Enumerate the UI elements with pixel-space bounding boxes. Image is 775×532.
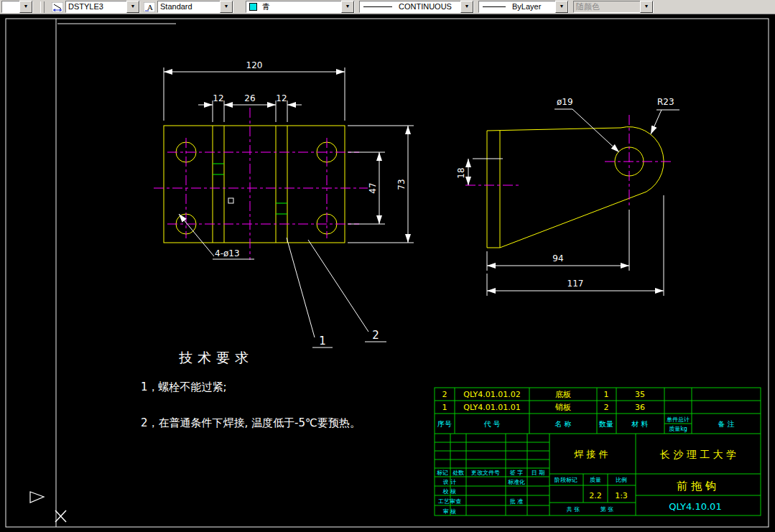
tech-req-title: 技术要求 <box>179 350 254 365</box>
dim-12-left: 12 <box>213 93 223 103</box>
chevron-down-icon[interactable]: ▼ <box>19 1 32 13</box>
label-sheets: 共 张 <box>567 506 580 513</box>
mini-combo[interactable]: ▼ <box>1 1 33 13</box>
part-row-qty: 1 <box>604 390 609 399</box>
label-approve: 批 准 <box>510 498 524 505</box>
dim-73: 73 <box>396 179 407 190</box>
label-design: 设 计 <box>443 479 457 485</box>
drawing-number: QLY4.10.01 <box>669 501 721 512</box>
dim-94: 94 <box>552 253 563 263</box>
part-row-seq: 2 <box>442 390 447 399</box>
part-row-seq: 1 <box>442 403 447 412</box>
label-weight: 质量 <box>590 477 601 483</box>
part-row-name: 底板 <box>555 390 571 399</box>
label-standard: 标准化 <box>508 479 525 485</box>
chevron-down-icon: ▼ <box>640 1 653 13</box>
assembly-name: 焊接件 <box>574 449 611 459</box>
label-sign: 签 字 <box>510 470 524 476</box>
dim-dia19: ø19 <box>557 97 573 107</box>
svg-text:A: A <box>147 3 153 11</box>
tech-req-item1: 1，螺栓不能过紧; <box>141 381 227 393</box>
color-combo-value: 青 <box>260 1 341 12</box>
plotstyle-combo-value: 随颜色 <box>574 1 640 12</box>
dim-18: 18 <box>456 167 466 178</box>
header-seq: 序号 <box>437 420 452 428</box>
dimstyle-icon[interactable] <box>51 1 64 12</box>
label-scale: 比例 <box>616 477 627 483</box>
label-count: 处数 <box>453 470 464 476</box>
label-process: 工艺审查 <box>438 498 461 505</box>
part-row-code: QLY4.01.01.02 <box>463 390 521 399</box>
header-material: 材 料 <box>631 420 648 428</box>
color-swatch-cyan <box>249 3 257 11</box>
dim-r23: R23 <box>657 97 674 107</box>
textstyle-combo-value: Standard <box>158 1 220 12</box>
linetype-combo-value: CONTINUOUS <box>396 1 460 12</box>
weight-value: 2.2 <box>589 491 602 500</box>
part-row-material: 36 <box>635 403 645 412</box>
dim-26: 26 <box>244 93 255 103</box>
dimstyle-combo[interactable]: DSTYLE3 ▼ <box>65 1 140 13</box>
linetype-combo[interactable]: CONTINUOUS ▼ <box>359 1 474 13</box>
label-check: 校 核 <box>442 488 457 495</box>
header-remark: 备 注 <box>718 420 734 428</box>
part-name: 前拖钩 <box>677 480 720 493</box>
label-stage: 阶段标记 <box>554 477 577 483</box>
plotstyle-combo: 随颜色 ▼ <box>573 1 654 13</box>
color-combo[interactable]: 青 ▼ <box>246 1 355 13</box>
toolbar-grip[interactable] <box>40 1 45 13</box>
label-mark: 标记 <box>437 470 448 476</box>
dimstyle-combo-value: DSTYLE3 <box>66 1 126 12</box>
header-weight1: 单件总计 <box>667 416 690 423</box>
balloon-1: 1 <box>319 335 326 347</box>
label-sheet-no: 第 张 <box>600 506 614 513</box>
label-audit: 审 核 <box>443 508 457 515</box>
header-name: 名 称 <box>554 420 571 428</box>
object-properties-toolbar: ▼ DSTYLE3 ▼ A Standard ▼ 青 ▼ CONTINUOUS <box>0 0 775 14</box>
chevron-down-icon[interactable]: ▼ <box>126 1 139 13</box>
chevron-down-icon[interactable]: ▼ <box>341 1 354 13</box>
chevron-down-icon[interactable]: ▼ <box>460 1 473 13</box>
model-space-background <box>0 0 775 532</box>
chevron-down-icon[interactable]: ▼ <box>555 1 568 13</box>
organization-name: 长 沙 理 工 大 学 <box>660 449 736 460</box>
balloon-2: 2 <box>372 329 379 342</box>
part-row-name: 销板 <box>554 403 571 412</box>
textstyle-icon[interactable]: A <box>143 1 156 12</box>
scale-value: 1:3 <box>615 491 628 500</box>
holes-note: 4-ø13 <box>215 248 240 258</box>
lineweight-preview <box>483 6 506 7</box>
part-row-code: QLY4.01.01.01 <box>463 403 521 412</box>
label-change-doc: 更改文件号 <box>471 470 500 476</box>
part-row-material: 35 <box>635 390 645 399</box>
tech-req-item2: 2，在普通条件下焊接, 温度低于-5℃要预热。 <box>141 416 361 429</box>
drawing-canvas[interactable]: 120 12 26 12 47 73 4-ø13 1 2 <box>0 0 775 532</box>
header-qty: 数量 <box>598 420 613 428</box>
textstyle-combo[interactable]: Standard ▼ <box>157 1 233 13</box>
dim-12-right: 12 <box>276 93 287 103</box>
part-row-qty: 2 <box>604 403 609 412</box>
linetype-preview <box>363 6 392 7</box>
header-code: 代 号 <box>483 420 500 428</box>
header-weight2: 质量kg <box>669 426 687 432</box>
dim-120: 120 <box>246 60 263 70</box>
label-date: 日 期 <box>532 470 545 476</box>
lineweight-combo-value: ByLayer <box>510 1 555 12</box>
dim-47: 47 <box>368 182 378 193</box>
lineweight-combo[interactable]: ByLayer ▼ <box>478 1 569 13</box>
chevron-down-icon[interactable]: ▼ <box>220 1 233 13</box>
dim-117: 117 <box>567 279 584 289</box>
